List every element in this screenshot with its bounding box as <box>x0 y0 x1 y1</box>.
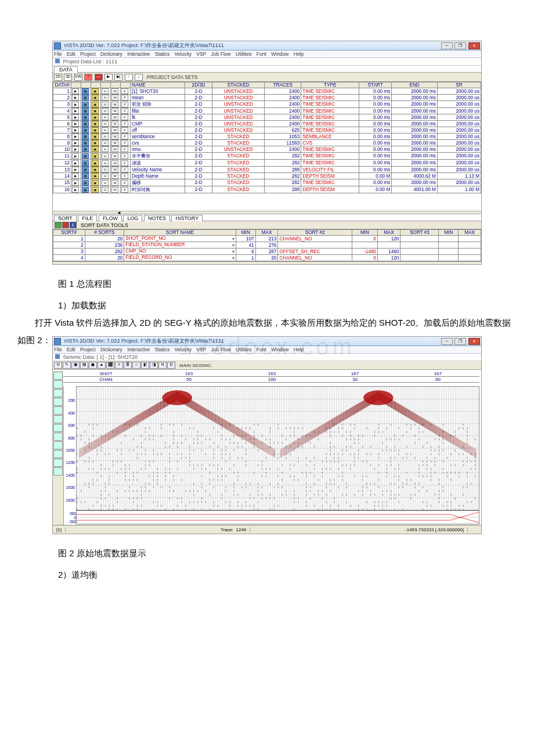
sort-row[interactable]: 120SHOT_POINT_NO ▾107213CHANNEL_NO0120 <box>53 236 481 242</box>
maximize-button[interactable]: ❐ <box>454 42 466 49</box>
tool-icon[interactable]: ◨ <box>150 362 158 369</box>
side-tool-icon[interactable] <box>53 450 63 458</box>
data-row[interactable]: 5▶▦▣HWFfk2-DUNSTACKED2400TIME SEISMIC0.0… <box>53 114 481 121</box>
menu-item[interactable]: Project <box>80 51 95 57</box>
menu-item[interactable]: Velocity <box>175 51 192 57</box>
data-row[interactable]: 12▶▦▣HWF滤波2-DSTACKED282TIME SEISMIC0.00 … <box>53 160 481 167</box>
side-tool-icon[interactable] <box>53 424 63 432</box>
tool-2d-icon[interactable]: 2D <box>54 74 62 81</box>
sort-tool-icon[interactable] <box>55 222 62 228</box>
menu-item[interactable]: Window <box>271 347 288 352</box>
tool-icon[interactable]: ◧ <box>141 362 149 369</box>
side-tool-icon[interactable] <box>53 380 63 388</box>
sort-tool-icon[interactable] <box>62 222 69 228</box>
menu-item[interactable]: Utilities <box>236 51 251 57</box>
sort-row[interactable]: 2236FIELD_STATION_NUMBER ▾41276 <box>53 242 481 249</box>
tab-sort[interactable]: SORT <box>54 215 77 221</box>
menu-item[interactable]: Project <box>80 347 95 352</box>
tool-icon[interactable]: ⌂ <box>132 362 140 369</box>
tool-add-icon[interactable]: * <box>84 74 92 81</box>
tool-icon[interactable]: D <box>167 362 175 369</box>
tab-flow[interactable]: FLOW <box>99 215 122 221</box>
menu-item[interactable]: Edit <box>67 51 75 57</box>
minimize-button[interactable]: ─ <box>441 42 453 49</box>
menu-item[interactable]: Dictionary <box>100 51 122 57</box>
tool-icon[interactable]: ◼ <box>89 362 97 369</box>
tool-icon[interactable]: N <box>158 362 167 369</box>
menu-item[interactable]: Help <box>294 51 304 57</box>
tab-data[interactable]: DATA <box>54 66 78 73</box>
side-tool-icon[interactable] <box>53 398 63 406</box>
data-row[interactable]: 4▶▦▣HWFfilte2-DUNSTACKED2400TIME SEISMIC… <box>53 108 481 114</box>
side-tool-icon[interactable] <box>53 441 63 449</box>
menu-item[interactable]: VSP <box>196 347 206 352</box>
menu-item[interactable]: Job Flow <box>211 51 231 57</box>
tool-up-icon[interactable]: ↑ <box>125 74 133 81</box>
menu-item[interactable]: File <box>54 51 62 57</box>
tool-del-icon[interactable]: — <box>95 74 103 81</box>
seismic-aux-plot[interactable] <box>76 510 479 524</box>
data-row[interactable]: 13▶▦▣HWFVelocity Name2-DSTACKED288VELOCI… <box>53 167 481 173</box>
data-row[interactable]: 15▶▦▣HWF偏移2-DSTACKED282TIME SEISMIC0.00 … <box>53 179 481 186</box>
menu-item[interactable]: Help <box>294 347 304 352</box>
menu-item[interactable]: Velocity <box>175 347 192 352</box>
close-button[interactable]: ✕ <box>468 338 480 345</box>
tab-notes[interactable]: NOTES <box>144 215 170 221</box>
menu-item[interactable]: File <box>54 347 62 352</box>
tool-icon[interactable]: ✎ <box>63 362 71 369</box>
close-button[interactable]: ✕ <box>468 42 480 49</box>
menu-item[interactable]: Window <box>271 51 288 57</box>
data-row[interactable]: 10▶▦▣HWFnmo2-DUNSTACKED2400TIME SEISMIC0… <box>53 146 481 153</box>
seismic-plot[interactable] <box>76 386 479 510</box>
minimize-button[interactable]: ─ <box>441 338 453 345</box>
tool-vw-icon[interactable]: VW <box>74 74 82 81</box>
tool-icon[interactable]: ▲ <box>98 362 106 369</box>
tool-icon[interactable]: ▣ <box>71 362 80 369</box>
menu-item[interactable]: VSP <box>196 51 206 57</box>
data-row[interactable]: 16▶▦▣HWF时深转换2-DSTACKED288DEPTH SEISM0.00… <box>53 186 481 193</box>
menu-item[interactable]: Statics <box>155 51 170 57</box>
tool-end-icon[interactable]: ▶| <box>114 74 122 81</box>
maximize-button[interactable]: ❐ <box>454 338 466 345</box>
menu-item[interactable]: Font <box>257 347 266 352</box>
tool-icon[interactable]: ≡ <box>115 362 123 369</box>
data-row[interactable]: 2▶▦▣HWFmean2-DUNSTACKED2400TIME SEISMIC0… <box>53 95 481 101</box>
side-tool-icon[interactable] <box>53 467 63 476</box>
menu-item[interactable]: Interactive <box>127 347 150 352</box>
sort-row[interactable]: 420FIELD_RECORD_NO ▾120CHANNEL_NO0120 <box>53 255 481 261</box>
sort-tool-icon[interactable]: E <box>70 222 77 228</box>
sort-row[interactable]: 3282CMP_NO ▾6287OFFSET_SH_REC-14801460 <box>53 249 481 255</box>
data-row[interactable]: 8▶▦▣HWFsemblance2-DSTACKED1053SEMBLANCE0… <box>53 134 481 140</box>
tool-down-icon[interactable]: ↓ <box>135 74 143 81</box>
side-tool-icon[interactable] <box>53 389 63 397</box>
side-tool-icon[interactable] <box>53 406 63 415</box>
menu-item[interactable]: Job Flow <box>211 347 231 352</box>
menu-item[interactable]: Statics <box>155 347 170 352</box>
tool-icon[interactable]: ≣ <box>124 362 132 369</box>
data-row[interactable]: 3▶▦▣HWF初至 切除2-DUNSTACKED2400TIME SEISMIC… <box>53 101 481 108</box>
data-row[interactable]: 9▶▦▣HWFcvs2-DSTACKED11583CVS0.00 ms2000.… <box>53 140 481 146</box>
side-tool-icon[interactable] <box>53 415 63 423</box>
tool-3d-icon[interactable]: 3D <box>64 74 72 81</box>
data-row[interactable]: 11▶▦▣HWF水平叠加2-DSTACKED282TIME SEISMIC0.0… <box>53 153 481 160</box>
svg-rect-1044 <box>443 468 443 470</box>
data-row[interactable]: 7▶▦▣HWFoff2-DUNSTACKED625TIME SEISMIC0.0… <box>53 127 481 134</box>
side-tool-icon[interactable] <box>53 372 63 380</box>
menu-item[interactable]: Font <box>257 51 266 57</box>
tool-icon[interactable]: ⬛ <box>106 362 114 369</box>
menu-item[interactable]: Dictionary <box>100 347 122 352</box>
tool-play-icon[interactable]: ▶ <box>104 74 113 81</box>
side-tool-icon[interactable] <box>53 459 63 467</box>
tab-history[interactable]: HISTORY <box>171 215 203 221</box>
menu-item[interactable]: Interactive <box>127 51 150 57</box>
tool-icon[interactable]: ▤ <box>80 362 88 369</box>
data-row[interactable]: 6▶▦▣HWFCMP2-DUNSTACKED2400TIME SEISMIC0.… <box>53 121 481 127</box>
tool-icon[interactable]: ⟲ <box>54 362 62 369</box>
tab-file[interactable]: FILE <box>78 215 97 221</box>
side-tool-icon[interactable] <box>53 433 63 441</box>
menu-item[interactable]: Utilities <box>236 347 251 352</box>
data-row[interactable]: 14▶▦▣HWFDepth Name2-DSTACKED282DEPTH SEI… <box>53 173 481 179</box>
data-row[interactable]: 1▶▦▣HWF[1]: SHOT202-DUNSTACKED2400TIME S… <box>53 88 481 95</box>
tab-log[interactable]: LOG <box>123 215 142 221</box>
menu-item[interactable]: Edit <box>67 347 75 352</box>
